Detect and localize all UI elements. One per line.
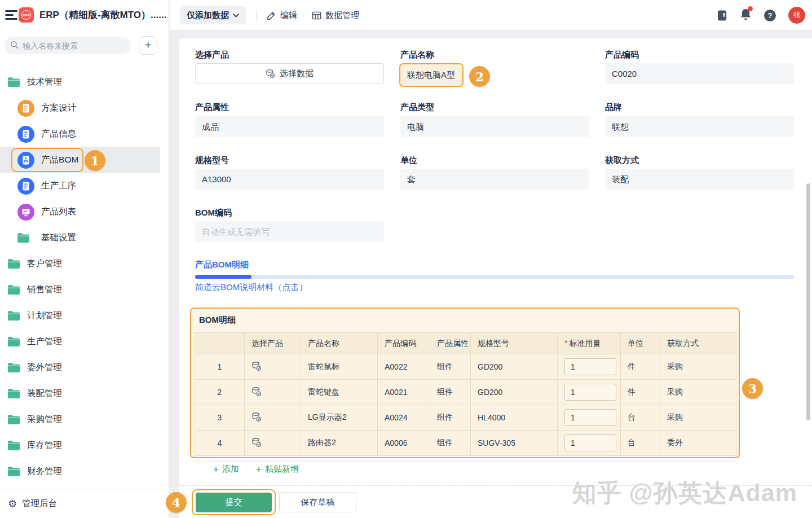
qty-input[interactable] xyxy=(564,434,616,451)
select-data-cell[interactable] xyxy=(245,354,301,380)
product-name-field: 联想电脑A型 xyxy=(399,63,464,87)
tab-product-bom-detail[interactable]: 产品BOM明细 xyxy=(195,260,249,270)
form-card: 选择产品 选择数据 产品名称 联想电脑A型 产品编码 C0020 产品属性 成品… xyxy=(179,38,812,518)
qty-input[interactable] xyxy=(564,384,616,401)
sidebar-item-tech-mgmt[interactable]: 技术管理 xyxy=(0,69,160,95)
search-icon xyxy=(10,41,19,49)
select-data-button[interactable]: 选择数据 xyxy=(195,63,384,84)
product-attr-header: 产品属性 xyxy=(430,333,471,354)
bom-detail-panel: BOM明细 选择产品 产品名称 产品编码 产品属性 规格型号 *标准用量 单位 … xyxy=(190,308,740,458)
cell-spec: SUGV-305 xyxy=(471,431,558,456)
cell-product-attr: 组件 xyxy=(430,405,471,431)
admin-backend-button[interactable]: ⚙ 管理后台 xyxy=(0,489,169,518)
sidebar-search[interactable] xyxy=(5,37,131,54)
sidebar-item-label: 委外管理 xyxy=(27,362,62,374)
data-manage-button-label: 数据管理 xyxy=(325,10,359,21)
sidebar-item-plan-design[interactable]: 方案设计 xyxy=(0,95,160,121)
qty-input[interactable] xyxy=(564,358,616,375)
folder-icon xyxy=(17,233,29,243)
bom-panel-title: BOM明细 xyxy=(199,315,236,326)
mode-dropdown[interactable]: 仅添加数据 xyxy=(180,6,246,24)
sidebar-item-production-mgmt[interactable]: 生产管理 xyxy=(0,328,160,355)
cell-qty xyxy=(558,354,621,380)
chevron-down-icon xyxy=(233,14,239,17)
sidebar-item-inventory-mgmt[interactable]: 库存管理 xyxy=(0,432,160,459)
sidebar-item-customer-mgmt[interactable]: 客户管理 xyxy=(0,251,160,277)
table-row: 1 雷蛇鼠标 A0022 组件 GD200 件 采购 xyxy=(195,354,736,380)
dashboard-app-icon xyxy=(17,204,34,221)
product-name-label: 产品名称 xyxy=(400,50,434,60)
gear-icon: ⚙ xyxy=(8,499,17,509)
bom-doc-link[interactable]: 简道云BOM说明材料（点击） xyxy=(195,282,307,293)
folder-icon xyxy=(8,389,20,398)
cell-acquire: 采购 xyxy=(660,354,736,380)
add-row-button[interactable]: + 添加 xyxy=(213,464,239,475)
unit-label: 单位 xyxy=(400,155,417,166)
sidebar-item-product-list[interactable]: 产品列表 xyxy=(0,199,160,225)
select-data-cell[interactable] xyxy=(245,380,301,405)
row-number: 1 xyxy=(195,354,245,380)
edit-button[interactable]: 编辑 xyxy=(267,0,297,30)
sidebar: ERP ERP（精细版-离散MTO）...... + 技术管理 方案设计 产品信… xyxy=(0,0,169,518)
tab-indicator-track xyxy=(195,275,794,279)
admin-backend-label: 管理后台 xyxy=(22,498,57,510)
row-number: 4 xyxy=(195,431,245,456)
sidebar-item-label: 生产管理 xyxy=(27,336,62,348)
notebook-icon[interactable] xyxy=(717,10,727,21)
collapse-menu-icon[interactable] xyxy=(5,10,17,20)
annotation-badge-3: 3 xyxy=(742,378,763,399)
database-check-icon[interactable] xyxy=(251,361,262,371)
sidebar-item-outsourcing-mgmt[interactable]: 委外管理 xyxy=(0,354,160,381)
product-name-header: 产品名称 xyxy=(301,333,378,354)
sidebar-item-finance-mgmt[interactable]: 财务管理 xyxy=(0,458,160,485)
database-check-icon[interactable] xyxy=(251,412,262,422)
cell-unit: 台 xyxy=(621,431,660,456)
row-number: 3 xyxy=(195,405,245,431)
sidebar-item-planning-mgmt[interactable]: 计划管理 xyxy=(0,302,160,329)
add-app-button[interactable]: + xyxy=(139,36,157,55)
avatar-initial: 张 xyxy=(793,10,801,20)
cell-product-name: 雷蛇键盘 xyxy=(301,380,378,405)
select-data-cell[interactable] xyxy=(245,405,301,431)
select-product-header: 选择产品 xyxy=(245,333,301,354)
database-check-icon[interactable] xyxy=(251,387,262,397)
annotation-outline-submit: 提交 xyxy=(192,489,276,515)
search-input[interactable] xyxy=(23,37,127,54)
folder-icon xyxy=(8,259,20,269)
sidebar-item-label: 技术管理 xyxy=(27,76,62,88)
data-manage-icon xyxy=(312,11,321,20)
sidebar-item-label: 装配管理 xyxy=(27,388,62,400)
bom-code-input[interactable] xyxy=(195,221,384,242)
data-manage-button[interactable]: 数据管理 xyxy=(312,0,359,30)
user-avatar[interactable]: 张 xyxy=(788,7,805,24)
product-type-label: 产品类型 xyxy=(400,102,434,113)
sidebar-item-purchasing-mgmt[interactable]: 采购管理 xyxy=(0,406,160,433)
doc-app-icon xyxy=(17,126,34,143)
submit-button[interactable]: 提交 xyxy=(196,493,272,512)
save-draft-button[interactable]: 保存草稿 xyxy=(279,492,356,512)
help-button[interactable]: ? xyxy=(764,10,776,21)
vertical-scrollbar[interactable] xyxy=(806,183,810,420)
sidebar-header: ERP ERP（精细版-离散MTO）...... xyxy=(0,0,169,30)
sidebar-item-basic-settings[interactable]: 基础设置 xyxy=(0,225,160,251)
sidebar-item-production-process[interactable]: 生产工序 xyxy=(0,173,160,199)
notifications-button[interactable] xyxy=(740,8,752,23)
question-icon: ? xyxy=(768,11,773,20)
sidebar-item-sales-mgmt[interactable]: 销售管理 xyxy=(0,276,160,303)
product-attr-label: 产品属性 xyxy=(195,102,229,113)
cell-product-code: A0021 xyxy=(378,380,430,405)
database-check-icon[interactable] xyxy=(251,437,262,447)
row-number-header xyxy=(195,333,245,354)
sidebar-item-assembly-mgmt[interactable]: 装配管理 xyxy=(0,380,160,407)
sidebar-item-product-bom[interactable]: 产品BOM xyxy=(0,147,160,173)
folder-icon xyxy=(8,415,20,424)
app-logo: ERP xyxy=(19,7,34,23)
sidebar-item-product-info[interactable]: 产品信息 xyxy=(0,121,160,147)
table-row: 4 路由器2 A0006 组件 SUGV-305 台 委外 xyxy=(195,431,736,456)
required-marker: * xyxy=(564,339,567,348)
doc-app-icon xyxy=(17,100,34,117)
select-data-cell[interactable] xyxy=(245,431,301,456)
paste-add-button[interactable]: + 粘贴新增 xyxy=(256,464,299,475)
sidebar-item-label: 库存管理 xyxy=(27,440,62,451)
qty-input[interactable] xyxy=(564,409,616,426)
